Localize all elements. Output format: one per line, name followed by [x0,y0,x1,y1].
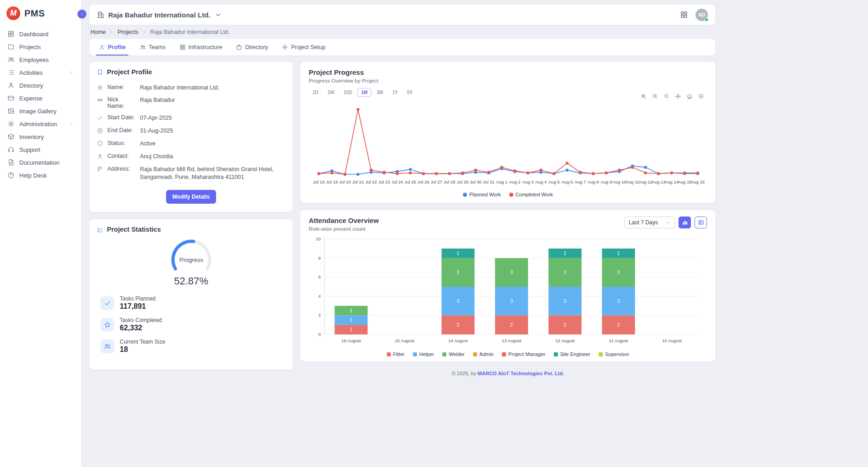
chevron-down-icon [214,11,222,19]
range-1m[interactable]: 1M [357,88,371,97]
zoom-icon[interactable] [663,93,670,100]
sidebar-item-employees[interactable]: Employees [0,53,81,66]
stat-value: 62,332 [120,324,162,332]
legend-label: Helper [419,351,434,357]
company-selector[interactable]: Raja Bahadur International Ltd. [97,11,222,19]
logo-text: PMS [24,8,45,19]
apps-menu-button[interactable] [680,11,688,19]
sidebar-item-directory[interactable]: Directory [0,79,81,92]
svg-text:1: 1 [350,308,353,313]
legend-item-completed-work[interactable]: Completed Work [509,192,553,197]
chevron-right-icon [68,121,74,127]
chart-view-toggle[interactable] [679,217,691,228]
svg-text:3: 3 [564,299,567,304]
sidebar-item-dashboard[interactable]: Dashboard [0,28,81,40]
tab-label: Project Setup [291,44,325,50]
legend-item-fitter[interactable]: Fitter [387,351,405,357]
svg-text:Aug 15: Aug 15 [678,179,691,184]
attendance-bar-chart[interactable]: 024681011116 August15 August233114 Augus… [309,234,707,349]
sidebar-item-image-gallery[interactable]: Image Gallery [0,105,81,117]
zoom-in-icon[interactable] [640,93,647,100]
footer-text: © 2025, by [452,371,478,376]
range-5y[interactable]: 5Y [403,88,416,97]
tab-profile[interactable]: Profile [94,39,130,56]
range-1y[interactable]: 1Y [389,88,401,97]
svg-text:Jul 25: Jul 25 [405,179,416,184]
breadcrumb-item[interactable]: Home [90,29,106,35]
sidebar-collapse-button[interactable] [78,10,86,18]
svg-text:Aug 7: Aug 7 [574,179,586,184]
tabs-bar: ProfileTeamsInfrastructureDirectoryProje… [89,39,715,56]
chevron-right-icon [68,70,74,76]
svg-text:1: 1 [564,251,567,256]
svg-text:8: 8 [318,256,321,261]
legend-item-site-engineer[interactable]: Site Engineer [554,351,590,357]
tab-teams[interactable]: Teams [135,39,170,56]
tab-infrastructure[interactable]: Infrastructure [175,39,227,56]
sidebar-item-label: Expense [19,95,43,101]
chart-icon [97,226,104,233]
shield-icon [97,140,103,147]
svg-text:Aug 5: Aug 5 [548,179,560,184]
svg-text:Aug 2: Aug 2 [509,179,521,184]
svg-text:3: 3 [457,299,460,304]
legend-item-welder[interactable]: Welder [442,351,465,357]
range-15d[interactable]: 15D [340,88,356,97]
field-value: Anuj Chordia [140,153,285,161]
legend-label: Supervisor [605,351,629,357]
pan-icon[interactable] [675,93,681,100]
sidebar-item-inventory[interactable]: Inventory [0,130,81,143]
sidebar-item-label: Activities [19,69,43,76]
home-icon[interactable] [686,93,693,100]
logo[interactable]: M PMS [0,5,81,28]
range-1d[interactable]: 1D [309,88,322,97]
sidebar-item-activities[interactable]: Activities [0,66,81,79]
tab-project-setup[interactable]: Project Setup [277,39,330,56]
sidebar-item-projects[interactable]: Projects [0,40,81,53]
legend-item-planned-work[interactable]: Planned Work [463,192,501,197]
profile-field-name: Name:Raja Bahadur International Ltd. [97,81,285,94]
apps-icon [179,44,186,50]
legend-marker [502,352,506,356]
user-avatar[interactable]: AD [696,9,708,21]
progress-gauge-chart: Progress [164,239,219,274]
chevron-left-icon [79,11,84,17]
svg-text:Aug 6: Aug 6 [562,179,573,184]
table-view-toggle[interactable] [695,217,707,228]
check-icon [97,115,103,121]
date-range-select[interactable]: Last 7 Days [624,217,675,228]
svg-text:Jul 27: Jul 27 [431,179,442,184]
legend-label: Admin [479,351,494,357]
footer-link[interactable]: MARCO AIoT Technologies Pvt. Ltd. [478,371,564,376]
field-label: Status: [107,140,136,146]
sidebar-item-support[interactable]: Support [0,143,81,156]
svg-text:2: 2 [617,322,620,328]
legend-item-admin[interactable]: Admin [473,351,494,357]
sidebar-item-documentation[interactable]: Documentation [0,156,81,169]
range-1w[interactable]: 1W [324,88,338,97]
profile-field-end-date: End Date:31-Aug-2025 [97,125,285,138]
tab-directory[interactable]: Directory [231,39,273,56]
legend-item-supervisor[interactable]: Supervisor [599,351,629,357]
sidebar-item-administration[interactable]: Administration [0,117,81,130]
legend-marker [413,352,417,356]
breadcrumb-item[interactable]: Projects [117,29,138,35]
legend-item-helper[interactable]: Helper [413,351,434,357]
progress-gauge: Progress 52.87% [97,239,285,287]
zoom-out-icon[interactable] [652,93,658,100]
progress-line-chart[interactable]: Jul 18Jul 19Jul 20Jul 21Jul 22Jul 23Jul … [309,99,707,189]
svg-text:Jul 28: Jul 28 [444,179,455,184]
stat-label: Current Team Size [120,339,165,345]
table-icon [698,219,704,226]
user-icon [97,153,103,160]
sidebar-item-label: Image Gallery [19,108,56,114]
modify-details-button[interactable]: Modify Details [166,190,216,204]
legend-item-project-manager[interactable]: Project Manager [502,351,545,357]
profile-field-address: Address:Raja Bahadur Mill Rd, behind She… [97,163,285,183]
menu-icon[interactable] [698,93,704,100]
svg-text:Aug 13: Aug 13 [652,179,666,184]
profile-fields: Name:Raja Bahadur International Ltd.Nick… [97,81,285,183]
sidebar-item-expense[interactable]: Expense [0,92,81,105]
sidebar-item-help-desk[interactable]: Help Desk [0,169,81,182]
range-3m[interactable]: 3M [373,88,387,97]
